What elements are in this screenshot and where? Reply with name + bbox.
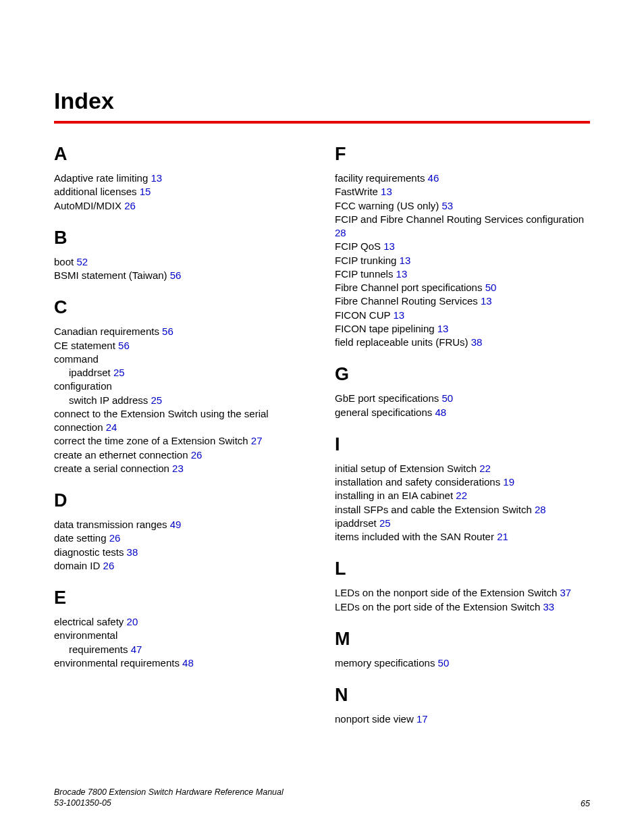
index-entries: facility requirements 46FastWrite 13FCC … [335, 172, 590, 349]
index-entry: create an ethernet connection 26 [54, 448, 309, 462]
index-entry-text: initial setup of Extension Switch [335, 463, 479, 474]
index-page-link[interactable]: 56 [162, 325, 173, 337]
index-entry: connect to the Extension Switch using th… [54, 407, 309, 435]
index-entry: correct the time zone of a Extension Swi… [54, 434, 309, 448]
footer: Brocade 7800 Extension Switch Hardware R… [54, 787, 590, 809]
index-entry: FCIP trunking 13 [335, 254, 590, 267]
index-entry: nonport side view 17 [335, 712, 590, 726]
index-page-link[interactable]: 22 [479, 463, 491, 474]
index-entry: FICON tape pipelining 13 [335, 322, 590, 336]
index-letter: I [335, 434, 590, 455]
index-page-link[interactable]: 25 [379, 517, 391, 529]
index-page-link[interactable]: 17 [417, 713, 428, 725]
index-entry: initial setup of Extension Switch 22 [335, 462, 590, 475]
index-entry: BSMI statement (Taiwan) 56 [54, 269, 309, 282]
index-entry-text: switch IP address [69, 394, 151, 406]
index-page-link[interactable]: 50 [441, 392, 453, 404]
index-page-link[interactable]: 49 [170, 519, 182, 530]
index-page-link[interactable]: 25 [151, 394, 162, 406]
index-entry: electrical safety 20 [54, 615, 309, 629]
index-page-link[interactable]: 13 [381, 186, 392, 197]
index-entry-text: items included with the SAN Router [335, 531, 497, 542]
index-entries: GbE port specifications 50general specif… [335, 392, 590, 419]
index-page-link[interactable]: 13 [437, 323, 449, 334]
index-page-link[interactable]: 48 [435, 407, 446, 418]
index-entry-text: boot [54, 256, 76, 267]
index-entry: install SFPs and cable the Extension Swi… [335, 503, 590, 517]
index-letter: F [335, 144, 590, 165]
index-entry: LEDs on the nonport side of the Extensio… [335, 586, 590, 600]
index-entry-text: date setting [54, 532, 109, 544]
index-letter: E [54, 588, 309, 608]
index-page-link[interactable]: 28 [535, 504, 546, 515]
index-entry: field replaceable units (FRUs) 38 [335, 336, 590, 349]
index-entry-text: ipaddrset [69, 367, 113, 378]
index-page-link[interactable]: 13 [400, 255, 411, 266]
index-entry-text: FCIP tunnels [335, 268, 396, 280]
index-page-link[interactable]: 15 [140, 186, 151, 197]
index-page-link[interactable]: 28 [335, 227, 346, 238]
index-entry-text: installation and safety considerations [335, 476, 503, 488]
index-entry: Adaptive rate limiting 13 [54, 172, 309, 185]
index-page-link[interactable]: 26 [103, 560, 115, 571]
index-entries: LEDs on the nonport side of the Extensio… [335, 586, 590, 614]
index-page-link[interactable]: 13 [396, 268, 408, 280]
index-page-link[interactable]: 21 [497, 531, 508, 542]
index-entry-text: FCIP QoS [335, 240, 383, 252]
index-page-link[interactable]: 13 [151, 172, 162, 184]
index-entry-text: requirements [69, 644, 131, 655]
index-page-link[interactable]: 33 [543, 601, 555, 613]
index-entry-text: install SFPs and cable the Extension Swi… [335, 504, 535, 515]
index-entry: boot 52 [54, 255, 309, 269]
index-page-link[interactable]: 27 [251, 435, 263, 446]
index-page-link[interactable]: 38 [127, 546, 138, 558]
index-entry-text: FCC warning (US only) [335, 200, 441, 211]
index-page-link[interactable]: 50 [485, 282, 497, 293]
index-entry: FCC warning (US only) 53 [335, 199, 590, 213]
right-column: Ffacility requirements 46FastWrite 13FCC… [335, 144, 590, 726]
index-entry: LEDs on the port side of the Extension S… [335, 600, 590, 614]
index-entry-text: CE statement [54, 340, 118, 351]
index-page-link[interactable]: 56 [118, 340, 130, 351]
index-entry-text: LEDs on the nonport side of the Extensio… [335, 587, 560, 598]
index-entry-text: FCIP trunking [335, 255, 400, 266]
index-entry-text: correct the time zone of a Extension Swi… [54, 435, 251, 446]
footer-doc-number: 53-1001350-05 [54, 798, 284, 808]
footer-page-number: 65 [581, 799, 590, 808]
index-page-link[interactable]: 26 [109, 532, 121, 544]
footer-doc-title: Brocade 7800 Extension Switch Hardware R… [54, 787, 284, 798]
index-page-link[interactable]: 20 [127, 616, 138, 627]
index-entry-text: general specifications [335, 407, 435, 418]
index-entry-text: FICON CUP [335, 309, 393, 321]
index-page-link[interactable]: 47 [131, 644, 142, 655]
index-entries: Canadian requirements 56CE statement 56c… [54, 325, 309, 475]
index-page-link[interactable]: 46 [428, 172, 439, 184]
index-page-link[interactable]: 48 [182, 657, 194, 669]
index-entry-text: nonport side view [335, 713, 417, 725]
index-page-link[interactable]: 13 [383, 240, 395, 252]
index-page-link[interactable]: 22 [456, 490, 467, 501]
index-page-link[interactable]: 53 [441, 200, 453, 211]
index-page-link[interactable]: 38 [471, 336, 483, 348]
index-entry: Canadian requirements 56 [54, 325, 309, 338]
index-page-link[interactable]: 13 [481, 295, 492, 307]
index-page-link[interactable]: 25 [113, 367, 125, 378]
index-page-link[interactable]: 52 [76, 256, 88, 267]
index-page-link[interactable]: 56 [170, 269, 182, 281]
index-page-link[interactable]: 13 [393, 309, 404, 321]
index-page-link[interactable]: 37 [560, 587, 572, 598]
index-page-link[interactable]: 26 [191, 449, 203, 461]
index-page-link[interactable]: 24 [106, 421, 117, 433]
index-entry: date setting 26 [54, 531, 309, 545]
index-page-link[interactable]: 23 [172, 463, 184, 474]
index-entries: boot 52BSMI statement (Taiwan) 56 [54, 255, 309, 283]
index-entry-text: FastWrite [335, 186, 381, 197]
index-page-link[interactable]: 26 [124, 200, 136, 211]
index-entries: electrical safety 20environmentalrequire… [54, 615, 309, 670]
index-page-link[interactable]: 19 [503, 476, 514, 488]
index-entry-text: Adaptive rate limiting [54, 172, 151, 184]
index-entry-text: field replaceable units (FRUs) [335, 336, 471, 348]
index-entry: installation and safety considerations 1… [335, 475, 590, 489]
index-entry-text: domain ID [54, 560, 103, 571]
index-page-link[interactable]: 50 [438, 657, 450, 669]
